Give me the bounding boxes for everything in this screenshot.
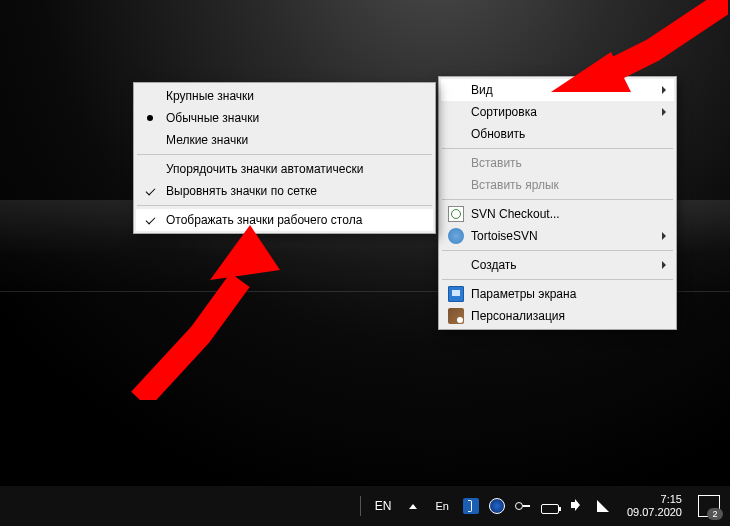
system-tray: EN En 7:15 09.07.2020 2: [360, 493, 730, 519]
clock-date: 09.07.2020: [627, 506, 682, 519]
svn-icon: [448, 206, 464, 222]
menu-label: Персонализация: [471, 309, 565, 323]
menu-separator: [442, 279, 673, 280]
battery-icon[interactable]: [541, 504, 559, 514]
menu-label: Обновить: [471, 127, 525, 141]
menu-item-view[interactable]: Вид: [441, 79, 674, 101]
menu-item-sort[interactable]: Сортировка: [441, 101, 674, 123]
menu-item-personalize[interactable]: Персонализация: [441, 305, 674, 327]
volume-icon[interactable]: [569, 498, 585, 514]
menu-item-svn-checkout[interactable]: SVN Checkout...: [441, 203, 674, 225]
notification-badge: 2: [707, 508, 723, 520]
clock-time: 7:15: [627, 493, 682, 506]
menu-label: Отображать значки рабочего стола: [166, 213, 362, 227]
radio-selected-icon: [147, 115, 153, 121]
menu-label: Мелкие значки: [166, 133, 248, 147]
view-submenu: Крупные значки Обычные значки Мелкие зна…: [133, 82, 436, 234]
checkmark-icon: [144, 213, 156, 225]
menu-label: Вид: [471, 83, 493, 97]
tray-language-secondary[interactable]: En: [431, 500, 452, 512]
menu-item-refresh[interactable]: Обновить: [441, 123, 674, 145]
menu-label: Создать: [471, 258, 517, 272]
chevron-right-icon: [662, 108, 666, 116]
tray-clock[interactable]: 7:15 09.07.2020: [621, 493, 688, 519]
chevron-right-icon: [662, 261, 666, 269]
personalize-icon: [448, 308, 464, 324]
submenu-item-medium-icons[interactable]: Обычные значки: [136, 107, 433, 129]
menu-item-create[interactable]: Создать: [441, 254, 674, 276]
bluetooth-icon[interactable]: [463, 498, 479, 514]
menu-item-paste: Вставить: [441, 152, 674, 174]
menu-item-paste-shortcut: Вставить ярлык: [441, 174, 674, 196]
menu-label: Крупные значки: [166, 89, 254, 103]
tray-language-primary[interactable]: EN: [371, 499, 396, 513]
submenu-item-align-grid[interactable]: Выровнять значки по сетке: [136, 180, 433, 202]
menu-separator: [137, 154, 432, 155]
action-center-icon[interactable]: 2: [698, 495, 720, 517]
menu-separator: [442, 148, 673, 149]
display-icon: [448, 286, 464, 302]
submenu-item-large-icons[interactable]: Крупные значки: [136, 85, 433, 107]
submenu-item-small-icons[interactable]: Мелкие значки: [136, 129, 433, 151]
submenu-item-auto-arrange[interactable]: Упорядочить значки автоматически: [136, 158, 433, 180]
tortoisesvn-icon: [448, 228, 464, 244]
network-icon[interactable]: [595, 498, 611, 514]
menu-label: Обычные значки: [166, 111, 259, 125]
menu-label: Параметры экрана: [471, 287, 576, 301]
submenu-item-show-desktop-icons[interactable]: Отображать значки рабочего стола: [136, 209, 433, 231]
checkmark-icon: [144, 184, 156, 196]
desktop-context-menu: Вид Сортировка Обновить Вставить Вставит…: [438, 76, 677, 330]
menu-label: Выровнять значки по сетке: [166, 184, 317, 198]
taskbar: EN En 7:15 09.07.2020 2: [0, 485, 730, 526]
chevron-right-icon: [662, 86, 666, 94]
menu-separator: [442, 199, 673, 200]
menu-item-display-settings[interactable]: Параметры экрана: [441, 283, 674, 305]
key-icon[interactable]: [515, 498, 531, 514]
menu-label: Вставить ярлык: [471, 178, 559, 192]
chevron-right-icon: [662, 232, 666, 240]
menu-item-tortoisesvn[interactable]: TortoiseSVN: [441, 225, 674, 247]
globe-icon[interactable]: [489, 498, 505, 514]
tray-separator: [360, 496, 361, 516]
menu-label: Сортировка: [471, 105, 537, 119]
menu-label: Вставить: [471, 156, 522, 170]
menu-separator: [442, 250, 673, 251]
menu-label: TortoiseSVN: [471, 229, 538, 243]
tray-overflow-icon[interactable]: [405, 498, 421, 514]
menu-label: SVN Checkout...: [471, 207, 560, 221]
menu-label: Упорядочить значки автоматически: [166, 162, 363, 176]
menu-separator: [137, 205, 432, 206]
